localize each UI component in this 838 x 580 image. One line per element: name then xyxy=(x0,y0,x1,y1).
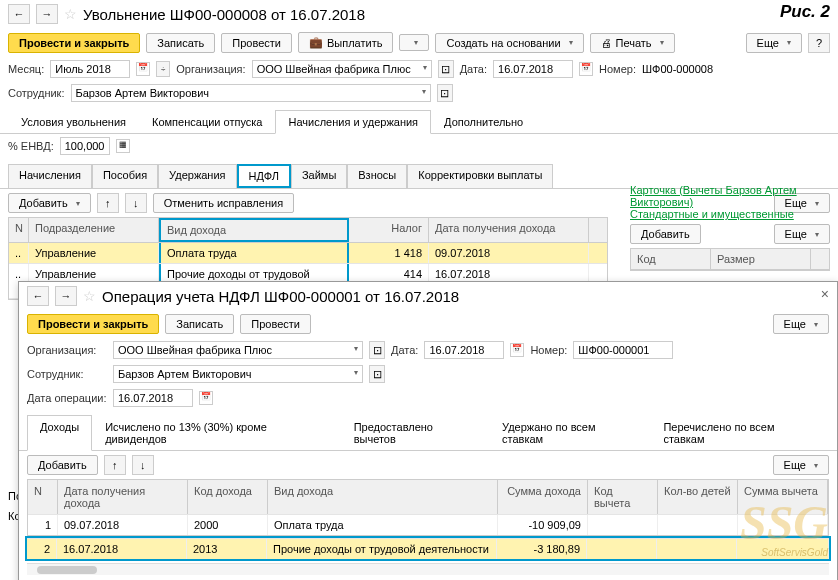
th-tax[interactable]: Налог xyxy=(349,218,429,242)
save-button[interactable]: Записать xyxy=(146,33,215,53)
th-n[interactable]: N xyxy=(9,218,29,242)
calendar-icon[interactable]: 📅 xyxy=(579,62,593,76)
employee-input[interactable]: Барзов Артем Викторович xyxy=(113,365,363,383)
pay-dropdown[interactable] xyxy=(399,34,429,51)
nav-back[interactable]: ← xyxy=(27,286,49,306)
nav-forward[interactable]: → xyxy=(36,4,58,24)
tab-calc13[interactable]: Исчислено по 13% (30%) кроме дивидендов xyxy=(92,415,341,451)
subtab-ndfl[interactable]: НДФЛ xyxy=(237,164,291,188)
save-button[interactable]: Записать xyxy=(165,314,234,334)
th-dcode[interactable]: Код вычета xyxy=(588,480,658,514)
date-label: Дата: xyxy=(460,63,487,75)
subtab-contrib[interactable]: Взносы xyxy=(347,164,407,188)
org-open-icon[interactable]: ⊡ xyxy=(438,60,454,78)
th-dept[interactable]: Подразделение xyxy=(29,218,159,242)
employee-input[interactable]: Барзов Артем Викторович xyxy=(71,84,431,102)
number-input[interactable]: ШФ00-000001 xyxy=(573,341,673,359)
post-button[interactable]: Провести xyxy=(221,33,292,53)
down-icon[interactable]: ↓ xyxy=(132,455,154,475)
th-kids[interactable]: Кол-во детей xyxy=(658,480,738,514)
th-date[interactable]: Дата получения дохода xyxy=(58,480,188,514)
org-open-icon[interactable]: ⊡ xyxy=(369,341,385,359)
th-date[interactable]: Дата получения дохода xyxy=(429,218,589,242)
up-icon[interactable]: ↑ xyxy=(104,455,126,475)
th-size[interactable]: Размер xyxy=(711,249,811,269)
number-label: Номер: xyxy=(530,344,567,356)
calendar-icon[interactable]: 📅 xyxy=(199,391,213,405)
subtab-adjust[interactable]: Корректировки выплаты xyxy=(407,164,553,188)
org-label: Организация: xyxy=(176,63,245,75)
calendar-icon[interactable]: 📅 xyxy=(510,343,524,357)
form-row-2: Сотрудник: Барзов Артем Викторович ⊡ xyxy=(0,81,838,105)
subtab-deductions[interactable]: Удержания xyxy=(158,164,236,188)
more-button[interactable]: Еще xyxy=(773,455,829,475)
tab-transferred[interactable]: Перечислено по всем ставкам xyxy=(650,415,829,451)
create-based-button[interactable]: Создать на основании xyxy=(435,33,583,53)
more-button[interactable]: Еще xyxy=(773,314,829,334)
post-close-button[interactable]: Провести и закрыть xyxy=(27,314,159,334)
th-amount[interactable]: Сумма дохода xyxy=(498,480,588,514)
th-code[interactable]: Код дохода xyxy=(188,480,268,514)
employee-label: Сотрудник: xyxy=(8,87,65,99)
more-button[interactable]: Еще xyxy=(774,224,830,244)
highlighted-row-frame: 2 16.07.2018 2013 Прочие доходы от трудо… xyxy=(25,536,831,561)
employee-open-icon[interactable]: ⊡ xyxy=(369,365,385,383)
calc-icon[interactable]: ▦ xyxy=(116,139,130,153)
month-spinner[interactable]: ÷ xyxy=(156,61,170,77)
add-button[interactable]: Добавить xyxy=(8,193,91,213)
month-input[interactable]: Июль 2018 xyxy=(50,60,130,78)
up-icon[interactable]: ↑ xyxy=(97,193,119,213)
tab-withheld[interactable]: Удержано по всем ставкам xyxy=(489,415,650,451)
number-value: ШФ00-000008 xyxy=(642,63,713,75)
subtab-loans[interactable]: Займы xyxy=(291,164,347,188)
employee-open-icon[interactable]: ⊡ xyxy=(437,84,453,102)
table-header: N Дата получения дохода Код дохода Вид д… xyxy=(28,480,828,514)
th-type[interactable]: Вид дохода xyxy=(268,480,498,514)
titlebar: ← → ☆ Увольнение ШФ00-000008 от 16.07.20… xyxy=(0,0,838,28)
date-input[interactable]: 16.07.2018 xyxy=(424,341,504,359)
post-button[interactable]: Провести xyxy=(240,314,311,334)
nav-forward[interactable]: → xyxy=(55,286,77,306)
down-icon[interactable]: ↓ xyxy=(125,193,147,213)
table-row[interactable]: .. Управление Оплата труда 1 418 09.07.2… xyxy=(9,243,607,264)
tab-accruals[interactable]: Начисления и удержания xyxy=(275,110,431,134)
th-code[interactable]: Код xyxy=(631,249,711,269)
help-button[interactable]: ? xyxy=(808,33,830,53)
envd-input[interactable]: 100,000 xyxy=(60,137,110,155)
tab-income[interactable]: Доходы xyxy=(27,415,92,451)
star-icon[interactable]: ☆ xyxy=(83,288,96,304)
post-close-button[interactable]: Провести и закрыть xyxy=(8,33,140,53)
close-icon[interactable]: × xyxy=(821,286,829,302)
star-icon[interactable]: ☆ xyxy=(64,6,77,22)
pay-button[interactable]: 💼Выплатить xyxy=(298,32,393,53)
th-type[interactable]: Вид дохода xyxy=(159,218,349,242)
subtab-benefits[interactable]: Пособия xyxy=(92,164,158,188)
envd-label: % ЕНВД: xyxy=(8,140,54,152)
printer-icon: 🖨 xyxy=(601,37,612,49)
date-input[interactable]: 16.07.2018 xyxy=(493,60,573,78)
add-deduction-button[interactable]: Добавить xyxy=(630,224,701,244)
th-n[interactable]: N xyxy=(28,480,58,514)
more-button[interactable]: Еще xyxy=(746,33,802,53)
card-link[interactable]: Карточка (Вычеты Барзов Артем Викторович… xyxy=(630,184,830,208)
org-input[interactable]: ООО Швейная фабрика Плюс xyxy=(252,60,432,78)
h-scrollbar[interactable] xyxy=(27,563,829,575)
th-dsum[interactable]: Сумма вычета xyxy=(738,480,828,514)
calendar-icon[interactable]: 📅 xyxy=(136,62,150,76)
nav-back[interactable]: ← xyxy=(8,4,30,24)
org-input[interactable]: ООО Швейная фабрика Плюс xyxy=(113,341,363,359)
print-button[interactable]: 🖨Печать xyxy=(590,33,675,53)
tab-conditions[interactable]: Условия увольнения xyxy=(8,110,139,134)
add-button[interactable]: Добавить xyxy=(27,455,98,475)
window-title: Увольнение ШФ00-000008 от 16.07.2018 xyxy=(83,6,365,23)
subtab-accruals[interactable]: Начисления xyxy=(8,164,92,188)
tab-deductions[interactable]: Предоставлено вычетов xyxy=(341,415,489,451)
table-row[interactable]: 2 16.07.2018 2013 Прочие доходы от трудо… xyxy=(27,538,829,559)
std-link[interactable]: Стандартные и имущественные xyxy=(630,208,830,220)
tab-compensation[interactable]: Компенсации отпуска xyxy=(139,110,275,134)
form-row-1: Организация: ООО Швейная фабрика Плюс ⊡ … xyxy=(19,338,837,362)
table-row[interactable]: 1 09.07.2018 2000 Оплата труда -10 909,0… xyxy=(28,514,828,535)
cancel-fix-button[interactable]: Отменить исправления xyxy=(153,193,294,213)
op-date-input[interactable]: 16.07.2018 xyxy=(113,389,193,407)
tab-extra[interactable]: Дополнительно xyxy=(431,110,536,134)
